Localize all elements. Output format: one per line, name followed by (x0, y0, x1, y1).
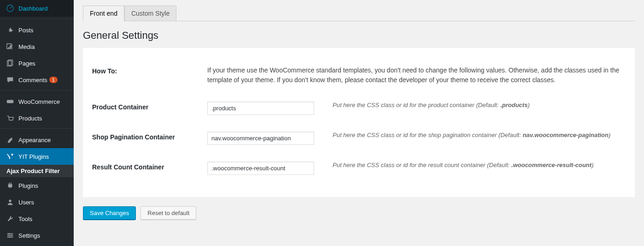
svg-rect-4 (7, 100, 13, 103)
sidebar-label: Tools (18, 216, 32, 222)
sidebar-label: Plugins (18, 182, 38, 189)
sidebar-item-dashboard[interactable]: Dashboard (0, 0, 74, 17)
sidebar-label: Comments (18, 77, 47, 84)
svg-point-10 (11, 235, 12, 236)
settings-icon (6, 231, 15, 240)
tools-icon (6, 214, 15, 223)
sidebar-item-plugins[interactable]: Plugins (0, 177, 74, 194)
comments-icon (6, 75, 15, 84)
sidebar-item-products[interactable]: Products (0, 110, 74, 126)
sidebar-item-yit-plugins[interactable]: YIT Plugins (0, 148, 74, 165)
settings-panel: How To: If your theme use the WooCommerc… (83, 48, 635, 197)
sidebar-label: Media (18, 43, 35, 50)
sidebar-submenu-ajax-filter[interactable]: Ajax Product Filter (0, 165, 74, 177)
product-container-desc: Put here the CSS class or id for the pro… (333, 102, 530, 108)
tab-bar: Front end Custom Style (83, 6, 635, 21)
svg-point-11 (9, 236, 11, 238)
svg-rect-7 (7, 235, 13, 236)
sidebar-item-comments[interactable]: Comments 1 (0, 72, 74, 88)
result-count-desc: Put here the CSS class or id for the res… (333, 162, 593, 168)
comments-badge: 1 (49, 77, 58, 83)
sidebar-item-tools[interactable]: Tools (0, 210, 74, 227)
woo-icon (6, 97, 15, 106)
sidebar-label: YIT Plugins (18, 153, 49, 160)
sidebar-label: Settings (18, 232, 40, 239)
svg-point-9 (8, 233, 10, 234)
shop-pagination-label: Shop Pagination Container (92, 132, 207, 145)
sidebar-label: Posts (18, 27, 34, 34)
sidebar-label: Users (18, 199, 34, 206)
product-container-input[interactable] (207, 102, 314, 115)
sidebar-item-woocommerce[interactable]: WooCommerce (0, 93, 74, 110)
result-count-label: Result Count Container (92, 162, 207, 175)
svg-rect-6 (7, 234, 13, 234)
sidebar-label: WooCommerce (18, 98, 60, 105)
sidebar-item-users[interactable]: Users (0, 194, 74, 210)
products-icon (6, 114, 15, 123)
sidebar-item-settings[interactable]: Settings (0, 227, 74, 244)
save-button[interactable]: Save Changes (83, 206, 136, 220)
row-shop-pagination: Shop Pagination Container Put here the C… (92, 123, 626, 153)
sidebar-item-appearance[interactable]: Appearance (0, 132, 74, 148)
dashboard-icon (6, 4, 15, 13)
sidebar-label: Products (18, 115, 42, 122)
sidebar-item-pages[interactable]: Pages (0, 55, 74, 72)
sidebar-label: Pages (18, 60, 35, 67)
sidebar-label: Dashboard (18, 5, 48, 12)
howto-label: How To: (92, 66, 207, 85)
tab-custom-style[interactable]: Custom Style (124, 6, 176, 21)
appearance-icon (6, 135, 15, 144)
result-count-input[interactable] (207, 162, 314, 175)
plugins-icon (6, 181, 15, 190)
pin-icon (6, 25, 15, 35)
shop-pagination-input[interactable] (207, 132, 314, 145)
product-container-label: Product Container (92, 102, 207, 115)
media-icon (6, 42, 15, 51)
row-product-container: Product Container Put here the CSS class… (92, 93, 626, 123)
sidebar-item-media[interactable]: Media (0, 38, 74, 55)
reset-button[interactable]: Reset to default (141, 206, 196, 220)
sidebar-label: Appearance (18, 137, 51, 144)
admin-sidebar: Dashboard Posts Media Pages Comments 1 W… (0, 0, 74, 246)
yit-icon (6, 152, 15, 161)
svg-point-1 (8, 47, 10, 49)
shop-pagination-desc: Put here the CSS class or id for the sho… (333, 132, 610, 138)
row-result-count: Result Count Container Put here the CSS … (92, 153, 626, 183)
pages-icon (6, 59, 15, 68)
section-title: General Settings (83, 30, 635, 42)
howto-text: If your theme use the WooCommerce standa… (207, 66, 626, 85)
sidebar-item-posts[interactable]: Posts (0, 22, 74, 38)
action-buttons: Save Changes Reset to default (83, 206, 635, 220)
users-icon (6, 198, 15, 207)
main-content: Front end Custom Style General Settings … (74, 0, 644, 246)
row-howto: How To: If your theme use the WooCommerc… (92, 57, 626, 93)
svg-point-5 (9, 200, 11, 202)
tab-front-end[interactable]: Front end (83, 6, 124, 21)
